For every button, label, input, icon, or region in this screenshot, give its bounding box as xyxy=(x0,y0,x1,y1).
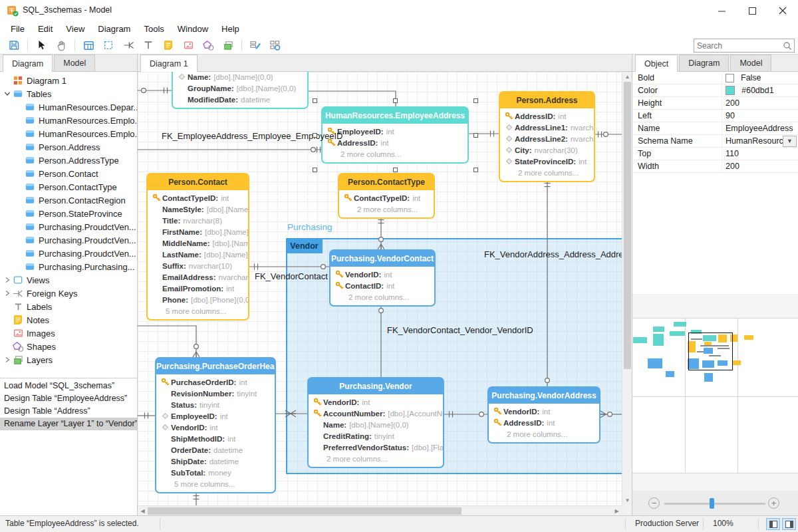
minimize-button[interactable] xyxy=(706,0,737,21)
server-type-label[interactable]: Production Server xyxy=(635,519,699,528)
property-value[interactable]: #60dbd1 xyxy=(722,84,798,97)
menu-edit[interactable]: Edit xyxy=(31,23,59,35)
vertical-scrollbar[interactable]: ▲ ▼ xyxy=(622,72,632,505)
menu-window[interactable]: Window xyxy=(171,23,215,35)
scroll-up-icon[interactable]: ▲ xyxy=(622,72,632,82)
new-shape-button[interactable] xyxy=(198,37,218,53)
selection-handle[interactable] xyxy=(313,98,317,103)
new-layer-button[interactable] xyxy=(218,37,238,53)
entity-purchasing-vendor[interactable]: Purchasing.VendorVendorID:intAccountNumb… xyxy=(307,377,444,468)
entity-person-contact[interactable]: Person.ContactContactTypeID:intNameStyle… xyxy=(146,173,249,321)
new-relation-button[interactable] xyxy=(118,37,138,53)
entity-person-contacttype[interactable]: Person.ContactTypeContactTypeID:int2 mor… xyxy=(338,173,435,219)
fk-label[interactable]: FK_VendorAddress_Address_AddressID xyxy=(484,249,622,259)
tree-item-labels[interactable]: Labels xyxy=(0,300,137,313)
tree-item-humanresources-emplo-[interactable]: HumanResources.Emplo... xyxy=(0,114,137,127)
save-button[interactable] xyxy=(4,37,24,53)
entity-department-partial[interactable]: Name:[dbo].[Name](0,0)GroupName:[dbo].[N… xyxy=(172,72,309,109)
scroll-down-icon[interactable]: ▼ xyxy=(622,495,632,505)
selection-region-button[interactable] xyxy=(98,37,118,53)
vscroll-thumb[interactable] xyxy=(624,82,631,369)
toggle-right-panel-button[interactable] xyxy=(782,518,796,530)
design-table-button[interactable] xyxy=(245,37,265,53)
model-conversion-button[interactable] xyxy=(265,37,285,53)
tree-item-purchasing-proudctven-[interactable]: Purchasing.ProudctVen... xyxy=(0,247,137,260)
tree-item-images[interactable]: Images xyxy=(0,327,137,340)
property-value[interactable]: EmployeeAddress xyxy=(722,122,798,135)
scroll-left-icon[interactable]: ◀ xyxy=(138,506,148,516)
zoom-out-button[interactable]: − xyxy=(648,497,660,509)
diagram-viewport[interactable]: VendorPurchasingName:[dbo].[Name](0,0)Gr… xyxy=(138,72,622,505)
property-value[interactable]: 90 xyxy=(722,110,798,122)
menu-file[interactable]: File xyxy=(4,23,31,35)
tree-item-person-address[interactable]: Person.Address xyxy=(0,140,137,154)
fk-label[interactable]: FK_VendorContact_Vendor_VendorID xyxy=(387,325,533,335)
zoom-in-button[interactable]: + xyxy=(768,497,779,509)
tree-item-shapes[interactable]: Shapes xyxy=(0,340,137,353)
minimap[interactable] xyxy=(632,318,798,473)
tree-item-person-contacttype[interactable]: Person.ContactType xyxy=(0,180,137,194)
selection-handle[interactable] xyxy=(313,168,317,172)
menu-tools[interactable]: Tools xyxy=(137,23,170,35)
entity-humanresources-employeeaddress[interactable]: HumanResources.EmployeeAddressEmployeeID… xyxy=(321,106,469,164)
menu-help[interactable]: Help xyxy=(215,23,246,35)
selection-handle[interactable] xyxy=(393,98,398,103)
tree-item-person-addresstype[interactable]: Person.AddressType xyxy=(0,154,137,167)
tree-item-purchasing-proudctven-[interactable]: Purchasing.ProudctVen... xyxy=(0,233,137,247)
chevron-closed-icon[interactable] xyxy=(3,356,12,363)
horizontal-scrollbar[interactable]: ◀ ▶ xyxy=(138,505,622,515)
right-tab-model[interactable]: Model xyxy=(730,55,771,71)
selection-handle[interactable] xyxy=(313,133,317,138)
new-label-button[interactable] xyxy=(138,37,158,53)
menu-view[interactable]: View xyxy=(59,23,91,35)
new-note-button[interactable] xyxy=(158,37,178,53)
tree-item-purchasing-purchasing-[interactable]: Purchasing.Purchasing... xyxy=(0,260,137,273)
tree-item-person-stateprovince[interactable]: Person.StateProvince xyxy=(0,207,137,220)
history-item[interactable]: Rename Layer “Layer 1” to “Vendor” xyxy=(0,418,137,430)
color-swatch[interactable] xyxy=(726,86,735,95)
chevron-open-icon[interactable] xyxy=(3,90,12,97)
tree-item-notes[interactable]: Notes xyxy=(0,313,137,327)
selection-handle[interactable] xyxy=(473,168,478,172)
new-image-button[interactable] xyxy=(178,37,198,53)
tree-item-purchasing-proudctven-[interactable]: Purchasing.ProudctVen... xyxy=(0,220,137,233)
entity-purchasing-vendorcontact[interactable]: Purchasing.VendorContactVendorID:intCont… xyxy=(329,249,436,307)
property-value[interactable]: 200 xyxy=(722,160,798,173)
zoom-slider-thumb[interactable] xyxy=(710,498,714,509)
tree-item-person-contact[interactable]: Person.Contact xyxy=(0,167,137,180)
maximize-button[interactable] xyxy=(737,0,767,21)
toggle-left-panel-button[interactable] xyxy=(766,518,780,530)
tree-item-humanresources-emplo-[interactable]: HumanResources.Emplo... xyxy=(0,127,137,140)
tree-item-humanresources-depar-[interactable]: HumanResources.Depar... xyxy=(0,100,137,114)
tree-item-diagram-1[interactable]: Diagram 1 xyxy=(0,74,137,87)
selection-handle[interactable] xyxy=(473,133,478,138)
close-button[interactable] xyxy=(767,0,798,21)
fk-label[interactable]: FK_VendorContact xyxy=(255,271,328,281)
entity-purchasing-vendoraddress[interactable]: Purchasing.VendorAddressVendorID:intAddr… xyxy=(487,386,600,444)
chevron-closed-icon[interactable] xyxy=(3,290,12,297)
dropdown-button[interactable]: ▼ xyxy=(783,136,797,147)
chevron-closed-icon[interactable] xyxy=(3,277,12,283)
right-tab-diagram[interactable]: Diagram xyxy=(679,55,729,71)
menu-diagram[interactable]: Diagram xyxy=(91,23,137,35)
tree-item-person-contactregion[interactable]: Person.ContactRegion xyxy=(0,194,137,207)
search-input[interactable] xyxy=(694,39,779,52)
entity-person-address[interactable]: Person.AddressAddressID:intAddressLine1:… xyxy=(499,91,595,182)
zoom-slider-track[interactable] xyxy=(664,503,765,505)
hscroll-thumb[interactable] xyxy=(148,507,462,515)
selection-handle[interactable] xyxy=(393,168,398,172)
property-value[interactable]: 110 xyxy=(722,148,798,160)
canvas-tab-diagram-1[interactable]: Diagram 1 xyxy=(140,55,198,72)
tree-item-views[interactable]: Views xyxy=(0,273,137,287)
new-table-button[interactable] xyxy=(78,37,98,53)
zoom-level-label[interactable]: 100% xyxy=(713,519,733,528)
scroll-right-icon[interactable]: ▶ xyxy=(612,506,622,516)
selection-handle[interactable] xyxy=(473,98,478,103)
tree-item-foreign-keys[interactable]: Foreign Keys xyxy=(0,287,137,300)
history-item[interactable]: Design Table “Address” xyxy=(0,405,137,418)
tree-item-tables[interactable]: Tables xyxy=(0,87,137,100)
property-value[interactable]: 200 xyxy=(722,97,798,110)
history-item[interactable]: Load Model “SQL_3schemas” xyxy=(0,380,137,392)
property-value[interactable]: HumanResources▼ xyxy=(722,135,798,148)
hand-button[interactable] xyxy=(51,37,71,53)
